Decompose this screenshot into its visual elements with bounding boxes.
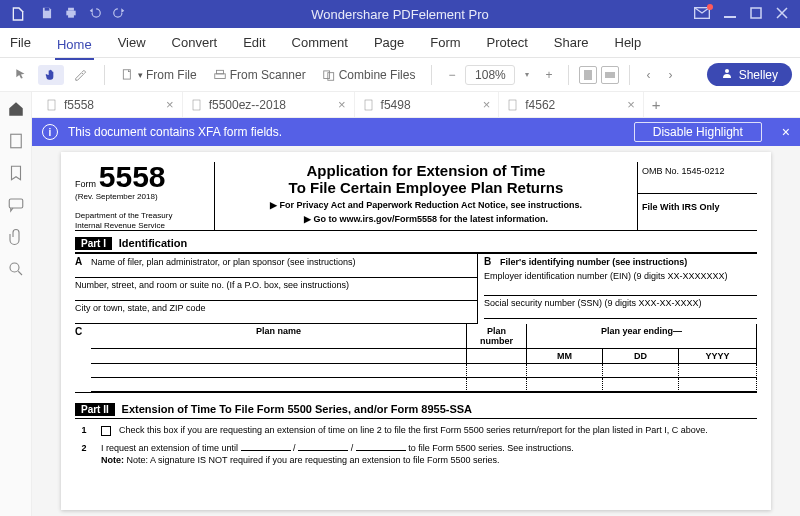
svg-rect-13 [605,72,615,78]
ssn-label: Social security number (SSN) (9 digits X… [484,298,702,308]
from-file-button[interactable]: ▾From File [115,65,203,85]
tab-label: f4562 [525,98,555,112]
svg-rect-15 [10,134,21,148]
disable-highlight-button[interactable]: Disable Highlight [634,122,762,142]
tab-f5498[interactable]: f5498 × [355,92,500,117]
tab-f5558[interactable]: f5558 × [38,92,183,117]
undo-icon[interactable] [88,6,102,23]
menu-protect[interactable]: Protect [485,31,530,54]
form-department: Department of the Treasury Internal Reve… [75,211,210,230]
thumbnails-icon[interactable] [7,132,25,150]
minimize-icon[interactable] [724,7,736,22]
tab-f4562[interactable]: f4562 × [499,92,644,117]
edit-tool-icon[interactable] [68,65,94,85]
info-icon: i [42,124,58,140]
menu-file[interactable]: File [8,31,33,54]
zoom-value[interactable]: 108% [465,65,515,85]
combine-files-label: Combine Files [339,68,416,82]
xfa-info-bar: i This document contains XFA form fields… [32,118,800,146]
plan-number-header: Plan number [467,324,527,349]
part1-title: Identification [119,237,187,249]
item2-note: Note: A signature IS NOT required if you… [127,455,500,465]
menu-convert[interactable]: Convert [170,31,220,54]
item1-number: 1 [75,425,93,437]
add-tab-button[interactable]: + [644,96,669,113]
menu-page[interactable]: Page [372,31,406,54]
section-a-marker: A [75,256,91,267]
info-message: This document contains XFA form fields. [68,125,282,139]
svg-point-17 [10,263,19,272]
comments-icon[interactable] [7,196,25,214]
menu-form[interactable]: Form [428,31,462,54]
menu-edit[interactable]: Edit [241,31,267,54]
mail-icon[interactable] [694,7,710,22]
tab-f5500ez[interactable]: f5500ez--2018 × [183,92,355,117]
tab-close-icon[interactable]: × [627,97,635,112]
date-field-1[interactable] [241,450,291,451]
select-tool-icon[interactable] [8,65,34,85]
menu-comment[interactable]: Comment [290,31,350,54]
menu-help[interactable]: Help [613,31,644,54]
form-number: 5558 [99,160,166,193]
svg-rect-8 [214,73,225,78]
infobar-close-icon[interactable]: × [782,124,790,140]
svg-rect-20 [365,100,372,110]
tab-label: f5498 [381,98,411,112]
date-field-2[interactable] [298,450,348,451]
svg-rect-9 [216,70,223,74]
svg-rect-5 [724,16,736,18]
from-scanner-button[interactable]: From Scanner [207,65,312,85]
svg-rect-3 [68,14,74,18]
user-pill[interactable]: Shelley [707,63,792,86]
ribbon-toolbar: ▾From File From Scanner Combine Files − … [0,58,800,92]
fit-width-icon[interactable] [601,66,619,84]
next-button[interactable]: › [662,66,678,84]
print-icon[interactable] [64,6,78,23]
svg-rect-16 [9,199,23,208]
svg-rect-2 [68,7,74,10]
tab-close-icon[interactable]: × [338,97,346,112]
quick-access-toolbar [40,6,126,23]
filer-name-label: Name of filer, plan administrator, or pl… [91,257,356,267]
menu-bar: File Home View Convert Edit Comment Page… [0,28,800,58]
user-icon [721,67,733,82]
part1-label: Part I [75,237,112,250]
combine-files-button[interactable]: Combine Files [316,65,422,85]
svg-rect-6 [751,8,761,18]
item1-checkbox[interactable] [101,426,111,436]
part2-label: Part II [75,403,115,416]
fit-page-icon[interactable] [579,66,597,84]
attachments-icon[interactable] [7,228,25,246]
zoom-out-button[interactable]: − [442,66,461,84]
bookmarks-icon[interactable] [7,164,25,182]
form-word: Form [75,179,96,189]
menu-home[interactable]: Home [55,33,94,60]
maximize-icon[interactable] [750,7,762,22]
section-c-marker: C [75,326,91,337]
menu-share[interactable]: Share [552,31,591,54]
zoom-dropdown-icon[interactable]: ▾ [519,68,535,81]
form-note1: ▶ For Privacy Act and Paperwork Reductio… [221,200,631,210]
home-icon[interactable] [7,100,25,118]
date-field-3[interactable] [356,450,406,451]
item2-text-b: to file Form 5500 series. See instructio… [408,443,574,453]
item2-number: 2 [75,443,93,466]
search-icon[interactable] [7,260,25,278]
document-viewport[interactable]: Form 5558 (Rev. September 2018) Departme… [32,146,800,516]
tab-close-icon[interactable]: × [166,97,174,112]
zoom-in-button[interactable]: + [539,66,558,84]
address-label: Number, street, and room or suite no. (I… [75,280,349,290]
form-title-line2: To File Certain Employee Plan Returns [221,179,631,196]
close-icon[interactable] [776,7,788,22]
menu-view[interactable]: View [116,31,148,54]
section-b-marker: B [484,256,500,267]
tab-label: f5500ez--2018 [209,98,286,112]
document-tabstrip: f5558 × f5500ez--2018 × f5498 × f4562 × [32,92,800,118]
tab-close-icon[interactable]: × [483,97,491,112]
tab-label: f5558 [64,98,94,112]
redo-icon[interactable] [112,6,126,23]
prev-button[interactable]: ‹ [640,66,656,84]
save-icon[interactable] [40,6,54,23]
hand-tool-icon[interactable] [38,65,64,85]
omb-number: OMB No. 1545-0212 [638,162,757,194]
